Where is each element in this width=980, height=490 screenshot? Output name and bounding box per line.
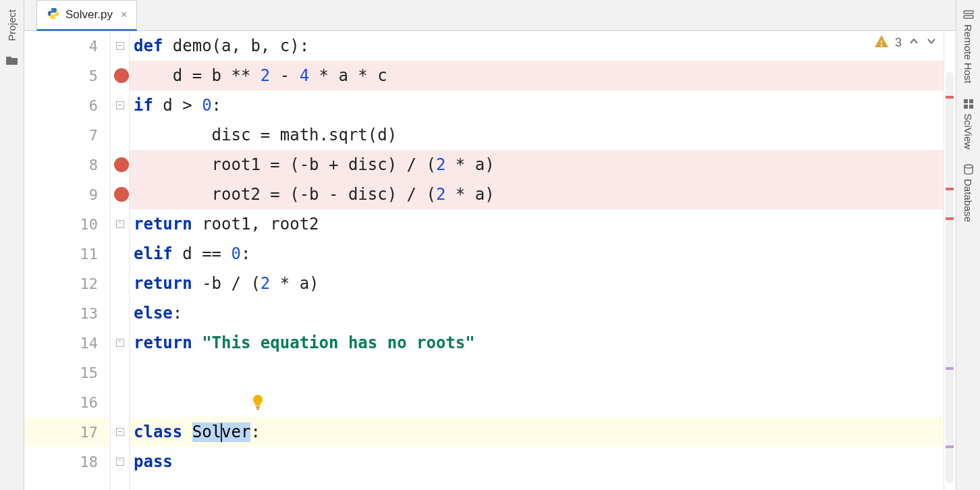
line-number: 7 — [89, 127, 98, 144]
code-line[interactable]: disc = math.sqrt(d) — [130, 120, 944, 150]
line-number: 4 — [89, 38, 98, 55]
code-line[interactable]: d = b ** 2 - 4 * a * c — [130, 61, 944, 90]
code-area[interactable]: def demo(a, b, c): d = b ** 2 - 4 * a * … — [130, 31, 944, 490]
svg-rect-0 — [256, 406, 260, 408]
svg-point-8 — [964, 165, 973, 168]
code-line[interactable] — [130, 358, 944, 387]
remote-host-icon — [963, 9, 974, 20]
code-line[interactable]: pass — [130, 447, 944, 477]
line-number: 16 — [80, 394, 99, 411]
left-tool-strip: Project — [0, 0, 24, 490]
code-line[interactable]: else: — [130, 298, 944, 328]
breakpoint-icon[interactable] — [114, 68, 129, 83]
tab-close-button[interactable]: × — [121, 9, 127, 21]
svg-rect-5 — [969, 99, 973, 103]
fold-toggle-icon[interactable] — [116, 42, 124, 50]
stripe-error-mark[interactable] — [946, 217, 954, 220]
ide-root: Project Solver.py × 3 — [0, 0, 980, 490]
fold-end-icon[interactable] — [116, 458, 124, 466]
line-number: 17 — [80, 424, 99, 441]
sciview-icon — [963, 99, 974, 109]
fold-strip[interactable] — [111, 31, 130, 490]
python-file-icon — [47, 7, 60, 24]
stripe-error-mark[interactable] — [946, 96, 954, 99]
line-number: 6 — [89, 97, 98, 114]
code-line[interactable]: return -b / (2 * a) — [130, 269, 944, 298]
code-line[interactable]: elif d == 0: — [130, 239, 944, 269]
scrollbar-track[interactable] — [946, 72, 954, 483]
code-line[interactable]: def demo(a, b, c): — [130, 31, 944, 61]
svg-rect-3 — [964, 16, 973, 18]
breakpoint-icon[interactable] — [114, 157, 129, 172]
line-number: 15 — [80, 364, 99, 381]
fold-toggle-icon[interactable] — [116, 101, 124, 109]
line-number: 5 — [89, 67, 98, 84]
line-number: 11 — [80, 246, 99, 263]
svg-rect-6 — [964, 105, 968, 109]
tab-filename: Solver.py — [65, 8, 113, 22]
remote-host-tool-button[interactable]: Remote Host — [962, 9, 974, 84]
svg-rect-4 — [964, 99, 968, 103]
code-line[interactable]: root2 = (-b - disc) / (2 * a) — [130, 180, 944, 209]
stripe-caret-mark[interactable] — [946, 367, 954, 370]
breakpoint-icon[interactable] — [114, 187, 129, 202]
right-tool-strip: Remote Host SciView Database — [956, 0, 980, 490]
editor-center: Solver.py × 3 4 5 — [24, 0, 956, 490]
line-number: 10 — [80, 216, 99, 233]
svg-rect-1 — [256, 408, 259, 410]
error-stripe[interactable] — [944, 31, 956, 490]
fold-end-icon[interactable] — [116, 220, 124, 228]
svg-rect-7 — [969, 105, 973, 109]
database-tool-button[interactable]: Database — [962, 164, 974, 222]
project-tool-button[interactable]: Project — [6, 0, 18, 51]
svg-rect-2 — [964, 11, 973, 13]
sciview-tool-button[interactable]: SciView — [962, 99, 974, 149]
line-number-gutter[interactable]: 4 5 6 7 8 9 10 11 12 13 14 15 16 17 18 — [24, 31, 111, 490]
line-number: 14 — [80, 335, 99, 352]
database-icon — [963, 164, 974, 175]
fold-toggle-icon[interactable] — [116, 428, 124, 436]
code-line[interactable]: root1 = (-b + disc) / (2 * a) — [130, 150, 944, 180]
code-line[interactable]: class Solver: — [130, 417, 944, 447]
line-number: 9 — [89, 186, 98, 203]
project-folder-icon[interactable] — [6, 55, 18, 67]
intention-bulb-icon[interactable] — [251, 394, 265, 414]
line-number: 12 — [80, 275, 99, 292]
editor: 3 4 5 6 7 8 9 10 11 12 13 14 — [24, 31, 956, 490]
editor-tab-row: Solver.py × — [24, 0, 956, 31]
stripe-error-mark[interactable] — [946, 188, 954, 190]
line-number: 18 — [80, 454, 99, 470]
stripe-caret-mark[interactable] — [946, 445, 954, 448]
code-line[interactable]: if d > 0: — [130, 90, 944, 120]
code-line[interactable]: return root1, root2 — [130, 209, 944, 239]
selected-identifier: Solver — [192, 423, 251, 442]
line-number: 13 — [80, 305, 99, 322]
line-number: 8 — [89, 157, 98, 173]
code-line[interactable]: return "This equation has no roots" — [130, 328, 944, 358]
fold-end-icon[interactable] — [116, 339, 124, 347]
editor-tab-solver[interactable]: Solver.py × — [36, 0, 137, 31]
